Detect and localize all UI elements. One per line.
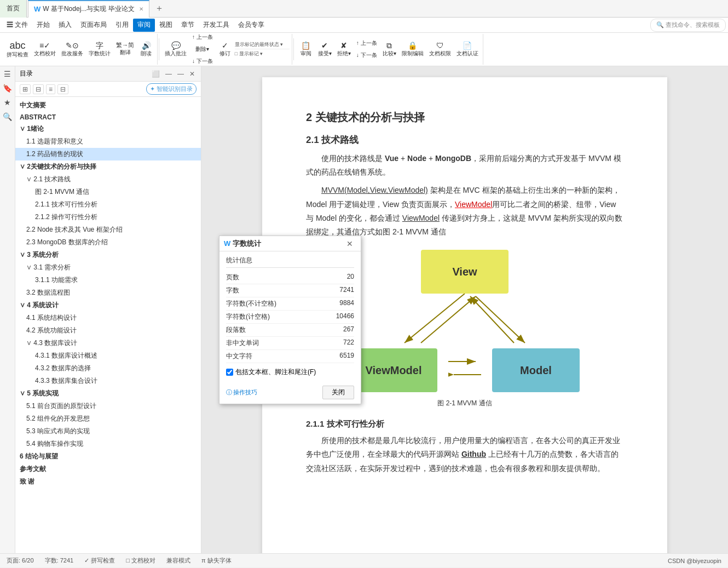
panel-icon-search[interactable]: 🔍 xyxy=(2,111,13,122)
toc-item-3-2[interactable]: 3.2 数据流程图 xyxy=(15,286,201,299)
toc-item-abstract-cn[interactable]: 中文摘要 xyxy=(15,99,201,112)
compare-btn[interactable]: ⧉ 比较▾ xyxy=(380,41,398,59)
dialog-row-words: 非中文单词 722 xyxy=(226,337,354,350)
accept-btn[interactable]: ✔ 接受▾ xyxy=(316,41,334,59)
toc-item-4-3-1[interactable]: 4.3.1 数据库设计概述 xyxy=(15,349,201,362)
toc-item-5-4[interactable]: 5.4 购物车操作实现 xyxy=(15,438,201,450)
doc-tab[interactable]: W W 基于Nodej...与实现 毕业论文 ✕ xyxy=(28,0,149,18)
delete-btn[interactable]: 删除▾ xyxy=(190,44,215,55)
dialog-row-pages: 页数 20 xyxy=(226,271,354,284)
toc-item-ch1[interactable]: ∨ 1绪论 xyxy=(15,123,201,135)
toc-btn-expand[interactable]: ⊞ xyxy=(20,84,31,94)
new-tab-button[interactable]: ＋ xyxy=(149,0,169,18)
toc-item-2-1-2[interactable]: 2.1.2 操作可行性分析 xyxy=(15,211,201,223)
dialog-body: 统计信息 页数 20 字数 7241 字符数(不计空格) 9884 字符数(计空… xyxy=(219,251,361,383)
panel-icon-star[interactable]: ★ xyxy=(3,97,12,108)
menu-item-insert[interactable]: 插入 xyxy=(54,19,76,32)
dialog-close-btn[interactable]: ✕ xyxy=(343,238,356,249)
toc-item-1-2[interactable]: 1.2 药品销售的现状 xyxy=(15,148,201,160)
toc-close-btn[interactable]: ✕ xyxy=(188,70,197,78)
doc-tab-icon: W xyxy=(34,5,41,13)
menu-item-review[interactable]: 审阅 xyxy=(133,19,155,32)
panel-icon-bookmark[interactable]: 🔖 xyxy=(2,83,13,94)
toc-item-4-3-2[interactable]: 4.3.2 数据库的选择 xyxy=(15,362,201,375)
toc-item-2-1-1[interactable]: 2.1.1 技术可行性分析 xyxy=(15,198,201,211)
doc-check-btn[interactable]: ≡✓ 文档校对 xyxy=(32,41,58,59)
toc-btn-indent[interactable]: ≡ xyxy=(46,84,55,94)
toc-item-ch2[interactable]: ∨ 2关键技术的分析与抉择 xyxy=(15,160,201,173)
toc-item-2-3[interactable]: 2.3 MongoDB 数据库的介绍 xyxy=(15,236,201,249)
tips-link[interactable]: ⓘ 操作技巧 xyxy=(226,388,257,397)
toc-ctrl-collapse[interactable]: — xyxy=(164,70,174,78)
toc-item-3-1-1[interactable]: 3.1.1 功能需求 xyxy=(15,274,201,286)
prev-change-btn[interactable]: ↑ 上一条 xyxy=(354,38,379,49)
menu-item-devtools[interactable]: 开发工具 xyxy=(199,19,234,32)
include-footnotes-checkbox[interactable] xyxy=(226,369,233,376)
status-doccheck[interactable]: □ 文档校对 xyxy=(126,556,155,565)
toc-item-2-1[interactable]: ∨ 2.1 技术路线 xyxy=(15,173,201,186)
toc-list: 中文摘要 ABSTRACT ∨ 1绪论 1.1 选题背景和意义 1.2 药品销售… xyxy=(15,97,201,553)
toc-item-5-3[interactable]: 5.3 响应式布局的实现 xyxy=(15,425,201,438)
translate-btn[interactable]: 繁→简 翻译 xyxy=(114,41,136,58)
toc-item-ref[interactable]: 参考文献 xyxy=(15,463,201,475)
toc-btn-settings[interactable]: ⊟ xyxy=(57,84,68,94)
toc-item-4-3-3[interactable]: 4.3.3 数据库集合设计 xyxy=(15,375,201,387)
menu-search[interactable]: 🔍 查找命令、搜索模板 xyxy=(650,19,726,32)
toc-item-3-1[interactable]: ∨ 3.1 需求分析 xyxy=(15,261,201,274)
menu-item-reference[interactable]: 引用 xyxy=(111,19,133,32)
toc-item-fig2-1[interactable]: 图 2-1 MVVM 通信 xyxy=(15,186,201,198)
toc-item-5-1[interactable]: 5.1 前台页面的原型设计 xyxy=(15,400,201,412)
toc-item-ch6[interactable]: 6 结论与展望 xyxy=(15,450,201,463)
dialog-titlebar: W 字数统计 ✕ xyxy=(219,236,361,251)
toc-ctrl-expand[interactable]: ⬜ xyxy=(150,70,161,78)
doc-rights-btn[interactable]: 🛡 文档权限 xyxy=(427,41,453,59)
status-mode: 兼容模式 xyxy=(166,556,190,565)
doc-tab-label: W 基于Nodej...与实现 毕业论文 xyxy=(43,4,134,14)
doc-auth-btn[interactable]: 📄 文档认证 xyxy=(454,41,481,59)
spell-check-btn[interactable]: abc 拼写检查 xyxy=(4,39,31,60)
toc-item-2-2[interactable]: 2.2 Node 技术及其 Vue 框架介绍 xyxy=(15,223,201,236)
menu-item-vip[interactable]: 会员专享 xyxy=(234,19,269,32)
track-changes-btn[interactable]: ✓ 修订 xyxy=(216,41,234,59)
toc-item-abstract-en[interactable]: ABSTRACT xyxy=(15,112,201,123)
correction-service-btn[interactable]: ✎⊙ 批改服务 xyxy=(59,41,85,59)
insert-comment-btn[interactable]: 💬 插入批注 xyxy=(163,41,189,59)
toc-item-4-3[interactable]: ∨ 4.3 数据库设计 xyxy=(15,337,201,349)
word-count-btn[interactable]: 字 字数统计 xyxy=(86,41,113,59)
toc-item-1-1[interactable]: 1.1 选题背景和意义 xyxy=(15,135,201,148)
toc-btn-collapse[interactable]: ⊟ xyxy=(33,84,44,94)
toc-item-ch4[interactable]: ∨ 4 系统设计 xyxy=(15,299,201,312)
toc-item-5-2[interactable]: 5.2 组件化的开发思想 xyxy=(15,412,201,425)
next-change-btn[interactable]: ↓ 下一条 xyxy=(354,50,379,61)
toc-item-ack[interactable]: 致 谢 xyxy=(15,475,201,488)
prev-comment-btn[interactable]: ↑ 上一条 xyxy=(190,32,215,43)
status-right: CSDN @biyezuopin xyxy=(668,558,721,564)
word-count-dialog: W 字数统计 ✕ 统计信息 页数 20 字数 7241 字符数(不计空格) 98… xyxy=(219,236,361,404)
menu-item-view[interactable]: 视图 xyxy=(155,19,177,32)
doc-tab-close[interactable]: ✕ xyxy=(139,6,143,12)
ai-toc-button[interactable]: ✦ 智能识别目录 xyxy=(146,83,197,95)
read-aloud-btn[interactable]: 🔊 朗读 xyxy=(137,41,155,59)
menu-item-start[interactable]: 开始 xyxy=(32,19,54,32)
menu-item-chapter[interactable]: 章节 xyxy=(177,19,199,32)
toc-item-4-2[interactable]: 4.2 系统功能设计 xyxy=(15,324,201,337)
dialog-row-cn-chars: 中文字符 6519 xyxy=(226,350,354,363)
toc-item-ch3[interactable]: ∨ 3 系统分析 xyxy=(15,249,201,261)
toc-item-ch5[interactable]: ∨ 5 系统实现 xyxy=(15,387,201,400)
review-btn[interactable]: 📋 审阅 xyxy=(297,41,315,59)
toc-title: 目录 xyxy=(20,69,33,78)
toc-ctrl-min[interactable]: — xyxy=(176,70,186,78)
menu-item-layout[interactable]: 页面布局 xyxy=(76,19,111,32)
next-comment-btn[interactable]: ↓ 下一条 xyxy=(190,56,215,67)
reject-btn[interactable]: ✘ 拒绝▾ xyxy=(335,41,353,59)
dialog-title-icon: W xyxy=(224,239,230,248)
close-dialog-btn[interactable]: 关闭 xyxy=(322,386,354,399)
restrict-edit-btn[interactable]: 🔒 限制编辑 xyxy=(400,41,426,59)
dialog-title-text: 字数统计 xyxy=(233,239,261,249)
panel-icon-nav[interactable]: ☰ xyxy=(3,68,12,79)
home-tab[interactable]: 首页 xyxy=(0,0,27,18)
toc-item-4-1[interactable]: 4.1 系统结构设计 xyxy=(15,312,201,324)
status-spell[interactable]: ✓ 拼写检查 xyxy=(84,556,115,565)
menu-item-file[interactable]: ☰ 文件 xyxy=(2,19,32,32)
checkbox-label: 包括文本框、脚注和尾注(F) xyxy=(235,368,316,377)
